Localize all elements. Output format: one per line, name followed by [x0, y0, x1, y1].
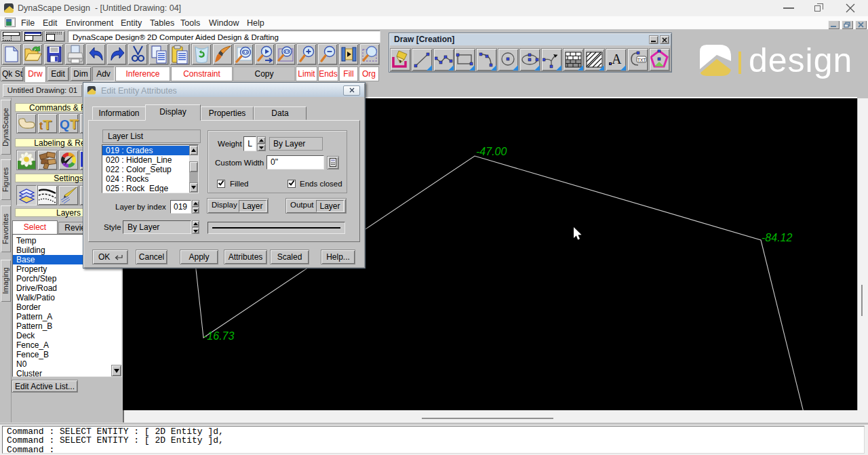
svg-text:-84.12: -84.12 [762, 232, 792, 243]
svg-text:-16.73: -16.73 [203, 330, 234, 342]
svg-text:TXT: TXT [637, 58, 646, 62]
svg-text:-47.00: -47.00 [476, 146, 507, 157]
